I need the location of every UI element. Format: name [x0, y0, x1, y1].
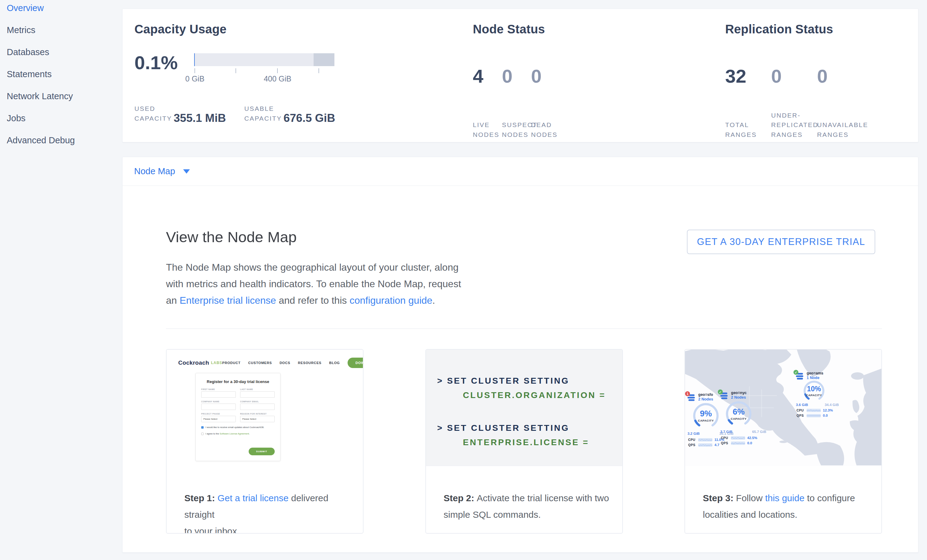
usable-capacity-stat: USABLE CAPACITY 676.5 GiB [245, 104, 335, 123]
used-capacity-stat: USED CAPACITY 355.1 MiB [134, 104, 226, 123]
node-status-title: Node Status [473, 22, 560, 36]
locality-node-count: 1 Node [807, 376, 824, 380]
used-gib: 3.2 GiB [687, 432, 700, 436]
company-email-field [240, 404, 275, 410]
live-nodes-label: LIVE NODES [473, 120, 502, 139]
cpu-sparkline [807, 409, 821, 412]
mini-site-nav-docs: DOCS [280, 361, 290, 365]
email-updates-checkbox-row: I would like to receive email updates ab… [201, 426, 275, 429]
qps-label: QPS [688, 443, 696, 447]
enterprise-trial-license-link[interactable]: Enterprise trial license [179, 295, 276, 306]
used-capacity-label: USED CAPACITY [134, 104, 171, 123]
used-gib: 3.6 GiB [796, 403, 808, 407]
capacity-word: CAPACITY [698, 419, 714, 422]
mini-site-nav-blog: BLOG [329, 361, 340, 365]
locality-name: geo=ams [807, 371, 824, 375]
capacity-word: CAPACITY [731, 417, 747, 420]
capacity-gauge: 9% CAPACITY [692, 402, 720, 430]
qps-value: 0.0 [747, 441, 752, 445]
step1-caption: Step 1: Get a trial license delivered st… [167, 466, 363, 534]
node-map-preview-image: 1 geo=sfo 2 Nodes [685, 350, 881, 466]
capacity-word: CAPACITY [806, 393, 822, 397]
unavailable-ranges-value: 0 [817, 67, 863, 86]
under-replicated-ranges-label: UNDER-REPLICATED RANGES [771, 111, 817, 140]
capacity-gauge: 6% CAPACITY [725, 400, 753, 428]
locality-node-count: 2 Nodes [698, 397, 713, 401]
qps-label: QPS [796, 414, 804, 417]
mini-site-logo-suffix: LABS [211, 361, 222, 365]
node-map-selector-label: Node Map [134, 166, 175, 176]
field-label: FIRST NAME [201, 388, 236, 390]
sidebar-item-jobs[interactable]: Jobs [0, 107, 122, 129]
locality-name: geo=nyc [731, 391, 747, 395]
capacity-tick-0gib: 0 GiB [179, 74, 210, 83]
usable-capacity-label: USABLE CAPACITY [245, 104, 281, 123]
capacity-tick-400gib: 400 GiB [258, 74, 297, 83]
capacity-percent: 0.1% [134, 53, 178, 83]
field-label: COMPANY EMAIL [240, 401, 275, 403]
last-name-field [240, 391, 275, 398]
cpu-label: CPU [721, 436, 729, 440]
get-trial-license-link[interactable]: Get a trial license [217, 493, 289, 503]
capacity-bar-used-segment [194, 53, 195, 66]
node-map-view-selector[interactable]: Node Map [134, 166, 190, 176]
license-agreement-checkbox-row: I agree to the Software License Agreemen… [201, 433, 275, 435]
unavailable-ranges-stat: 0 UNAVAILABLE RANGES [817, 67, 863, 139]
get-enterprise-trial-button[interactable]: GET A 30-DAY ENTERPRISE TRIAL [687, 230, 875, 254]
sidebar-item-databases[interactable]: Databases [0, 41, 122, 63]
capacity-bar-chart: 0 GiB 400 GiB [194, 53, 334, 83]
capacity-bar [194, 53, 334, 66]
unavailable-ranges-label: UNAVAILABLE RANGES [817, 120, 863, 139]
reason-for-interest-select: Please Select [240, 416, 275, 422]
total-ranges-stat: 32 TOTAL RANGES [725, 67, 771, 139]
suspect-nodes-label: SUSPECT NODES [502, 120, 531, 139]
node-map-header: Node Map [123, 157, 918, 186]
live-nodes-stat: 4 LIVE NODES [473, 67, 502, 139]
field-label: PROJECT PHASE [201, 413, 236, 415]
qps-sparkline [731, 442, 745, 445]
mini-site-nav: PRODUCT CUSTOMERS DOCS RESOURCES BLOG DO… [222, 358, 363, 368]
step2-caption: Step 2: Activate the trial license with … [426, 466, 622, 523]
checkbox-unchecked-icon [201, 433, 204, 435]
capacity-axis-ticks [194, 68, 334, 73]
live-nodes-value: 4 [473, 67, 502, 86]
sidebar-nav-list: Overview Metrics Databases Statements Ne… [0, 0, 122, 151]
sql-arg-enterprise-license: ENTERPRISE.LICENSE = [463, 435, 622, 449]
ok-badge-icon: ✓ [718, 390, 723, 395]
field-label: LAST NAME [240, 388, 275, 390]
chevron-down-icon [183, 169, 190, 174]
configuration-guide-link[interactable]: configuration guide [350, 295, 432, 306]
error-badge-icon: 1 [685, 391, 690, 396]
mini-site-nav-product: PRODUCT [222, 361, 241, 365]
sidebar-item-overview[interactable]: Overview [0, 0, 122, 19]
sidebar-item-network-latency[interactable]: Network Latency [0, 85, 122, 107]
sql-command-1: > SET CLUSTER SETTING [437, 373, 622, 388]
this-guide-link[interactable]: this guide [765, 493, 804, 503]
cpu-sparkline [698, 438, 712, 442]
first-name-field [201, 391, 236, 398]
sidebar: Overview Metrics Databases Statements Ne… [0, 0, 122, 560]
cpu-value: 42.5% [747, 436, 757, 440]
dead-nodes-value: 0 [531, 67, 560, 86]
cpu-value: 12.3% [823, 408, 833, 412]
mini-site-submit-button: SUBMIT [249, 448, 275, 455]
under-replicated-ranges-value: 0 [771, 67, 817, 86]
page-title: View the Node Map [166, 228, 472, 246]
sidebar-item-metrics[interactable]: Metrics [0, 19, 122, 41]
dead-nodes-stat: 0 DEAD NODES [531, 67, 560, 139]
ok-badge-icon: ✓ [793, 370, 798, 375]
node-map-intro: View the Node Map The Node Map shows the… [166, 228, 472, 309]
sql-command-2: > SET CLUSTER SETTING [437, 421, 622, 435]
usable-capacity-value: 676.5 GiB [284, 112, 335, 124]
capacity-gauge: 10% CAPACITY [803, 379, 825, 402]
capacity-percent-value: 9% [700, 410, 712, 418]
sql-arg-cluster-organization: CLUSTER.ORGANIZATION = [463, 388, 622, 402]
total-ranges-value: 32 [725, 67, 771, 86]
node-map-description: The Node Map shows the geographical layo… [166, 259, 471, 309]
mini-site-register-form: Register for a 30-day trial license FIRS… [195, 373, 281, 461]
step2-card: > SET CLUSTER SETTING CLUSTER.ORGANIZATI… [426, 349, 623, 534]
qps-sparkline [698, 443, 712, 447]
cpu-label: CPU [796, 408, 804, 412]
sidebar-item-advanced-debug[interactable]: Advanced Debug [0, 129, 122, 151]
sidebar-item-statements[interactable]: Statements [0, 63, 122, 85]
